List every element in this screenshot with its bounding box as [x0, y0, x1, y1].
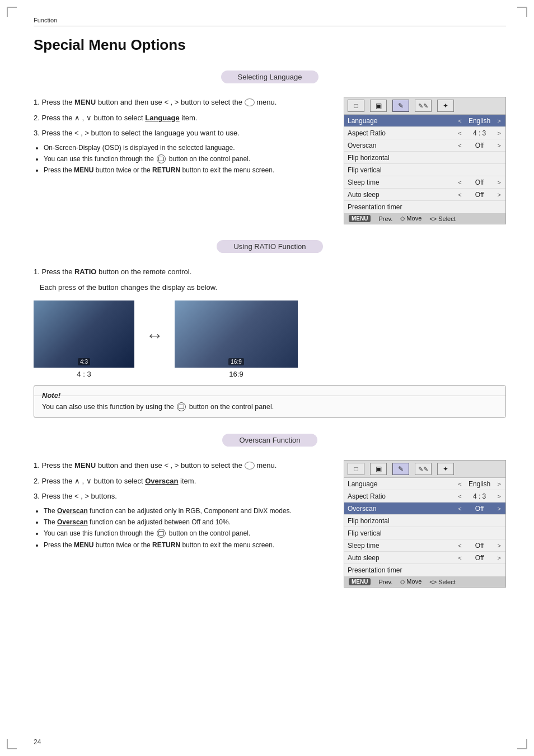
overscan-bullet-1: The Overscan function can be adjusted on… — [44, 506, 332, 516]
menu-row-presentation-1: Presentation timer — [344, 201, 505, 213]
menu-arrow-left-autosleep-2: < — [457, 555, 462, 561]
selecting-language-bullets: On-Screen-Display (OSD) is displayed in … — [44, 143, 332, 176]
corner-tl — [7, 7, 17, 17]
menu-prev-2: Prev. — [378, 579, 392, 585]
menu-icon-2-2: ▣ — [370, 463, 387, 475]
menu-val-language-2: English — [463, 480, 496, 488]
selecting-language-content: 1. Press the MENU button and then use < … — [34, 97, 506, 224]
menu-label-overscan-2: Overscan — [348, 505, 457, 513]
menu-label-aspect-1: Aspect Ratio — [348, 129, 457, 137]
menu-label-flipv-2: Flip vertical — [348, 529, 502, 537]
menu-arrow-left-overscan-1: < — [457, 142, 462, 149]
menu-label-presentation-1: Presentation timer — [348, 203, 502, 211]
menu-arrow-left-overscan-2: < — [457, 505, 462, 512]
ratio-169-col: 16:9 16:9 — [175, 300, 298, 378]
menu-icon-2-1: □ — [348, 463, 364, 475]
menu-icon-1: □ — [348, 100, 364, 112]
step-2: 2. Press the ∧ , ∨ button to select Lang… — [34, 112, 332, 124]
menu-move-icon-1: ◇ Move — [400, 215, 421, 222]
note-box: Note! You can also use this function by … — [34, 385, 506, 418]
menu-select-2: <> Select — [429, 579, 455, 585]
menu-panel-box-1: □ ▣ ✎ ✎✎ ✦ Language < English > Aspe — [344, 97, 506, 224]
menu-val-aspect-1: 4 : 3 — [463, 129, 496, 137]
function-label: Function — [34, 17, 506, 24]
menu-move-icon-2: ◇ Move — [400, 578, 421, 585]
menu-row-language-1: Language < English > — [344, 115, 505, 127]
menu-bottom-bar-2: MENU Prev. ◇ Move <> Select — [344, 576, 505, 587]
corner-tr — [517, 7, 527, 17]
menu-row-overscan-2: Overscan < Off > — [344, 503, 505, 515]
overscan-bullet-2: The Overscan function can be adjusted be… — [44, 518, 332, 527]
menu-arrow-left-language-2: < — [457, 481, 462, 487]
menu-icons-row-2: □ ▣ ✎ ✎✎ ✦ — [344, 461, 505, 478]
menu-row-autosleep-1: Auto sleep < Off > — [344, 189, 505, 201]
page-number: 24 — [34, 738, 41, 746]
menu-bottom-bar-1: MENU Prev. ◇ Move <> Select — [344, 213, 505, 224]
menu-row-flipv-2: Flip vertical — [344, 527, 505, 539]
ratio-43-box: 4:3 — [34, 300, 134, 368]
corner-br — [517, 739, 527, 749]
menu-val-sleep-2: Off — [463, 542, 496, 550]
menu-label-flipv-1: Flip vertical — [348, 166, 502, 174]
menu-arrow-left-aspect-1: < — [457, 130, 462, 137]
selecting-language-text: 1. Press the MENU button and then use < … — [34, 97, 332, 180]
bullet-2: You can use this function through the bu… — [44, 154, 332, 164]
menu-label-fliph-2: Flip horizontal — [348, 517, 502, 525]
overscan-step-2: 2. Press the ∧ , ∨ button to select Over… — [34, 476, 332, 487]
menu-icon-3-active: ✎ — [392, 100, 409, 112]
note-text: You can also use this function by using … — [42, 403, 498, 412]
ctrl-icon-note — [177, 402, 186, 411]
bullet-1: On-Screen-Display (OSD) is displayed in … — [44, 143, 332, 153]
menu-row-aspect-1: Aspect Ratio < 4 : 3 > — [344, 127, 505, 139]
ratio-step-1b: Each press of the button changes the dis… — [34, 282, 506, 293]
menu-val-autosleep-1: Off — [463, 191, 496, 199]
ratio-169-label: 16:9 — [229, 370, 243, 378]
overscan-bullet-3: You can use this function through the bu… — [44, 529, 332, 538]
section-divider — [34, 26, 506, 26]
menu-arrow-right-language-1: > — [496, 118, 502, 124]
menu-row-fliph-1: Flip horizontal — [344, 152, 505, 164]
menu-label-presentation-2: Presentation timer — [348, 566, 502, 574]
menu-label-overscan-1: Overscan — [348, 142, 457, 149]
menu-label-language-1: Language — [348, 117, 457, 125]
menu-arrow-right-sleep-1: > — [496, 179, 502, 186]
menu-arrow-right-overscan-1: > — [496, 142, 502, 149]
overscan-header: Overscan Function — [222, 434, 317, 447]
ratio-43-col: 4:3 4 : 3 — [34, 300, 134, 378]
ratio-43-label: 4 : 3 — [77, 370, 91, 378]
page: Function Special Menu Options Selecting … — [0, 0, 534, 756]
menu-row-flipv-1: Flip vertical — [344, 164, 505, 176]
menu-label-autosleep-2: Auto sleep — [348, 554, 457, 562]
menu-arrow-right-overscan-2: > — [496, 505, 502, 512]
menu-row-language-2: Language < English > — [344, 478, 505, 490]
menu-select-1: <> Select — [429, 215, 455, 222]
note-divider — [34, 396, 505, 396]
menu-val-overscan-1: Off — [463, 142, 496, 149]
menu-icons-row-1: □ ▣ ✎ ✎✎ ✦ — [344, 97, 505, 115]
ratio-169-box: 16:9 — [175, 300, 298, 368]
menu-arrow-right-aspect-2: > — [496, 493, 502, 500]
menu-val-autosleep-2: Off — [463, 554, 496, 562]
menu-val-language-1: English — [463, 117, 496, 125]
overscan-section: Overscan Function 1. Press the MENU butt… — [34, 434, 506, 588]
menu-arrow-left-sleep-2: < — [457, 542, 462, 549]
menu-arrow-right-autosleep-2: > — [496, 555, 502, 561]
menu-panel-2: □ ▣ ✎ ✎✎ ✦ Language < English > Aspect R… — [344, 460, 506, 588]
menu-arrow-left-sleep-1: < — [457, 179, 462, 186]
ratio-header: Using RATIO Function — [217, 240, 322, 253]
menu-panel-1: □ ▣ ✎ ✎✎ ✦ Language < English > Aspe — [344, 97, 506, 224]
menu-val-sleep-1: Off — [463, 179, 496, 186]
menu-val-overscan-2: Off — [463, 505, 496, 513]
menu-row-overscan-1: Overscan < Off > — [344, 139, 505, 152]
menu-btn-1: MENU — [349, 215, 371, 222]
menu-row-presentation-2: Presentation timer — [344, 564, 505, 576]
menu-icon-2-3-active: ✎ — [392, 463, 409, 475]
overscan-bullets: The Overscan function can be adjusted on… — [44, 506, 332, 551]
ratio-section: Using RATIO Function 1. Press the RATIO … — [34, 240, 506, 418]
menu-icon-5: ✦ — [437, 100, 454, 112]
overscan-bullet-4: Press the MENU button twice or the RETUR… — [44, 541, 332, 550]
menu-icon-4: ✎✎ — [415, 100, 432, 112]
menu-label-fliph-1: Flip horizontal — [348, 154, 502, 162]
menu-val-aspect-2: 4 : 3 — [463, 492, 496, 500]
page-title: Special Menu Options — [34, 36, 506, 54]
